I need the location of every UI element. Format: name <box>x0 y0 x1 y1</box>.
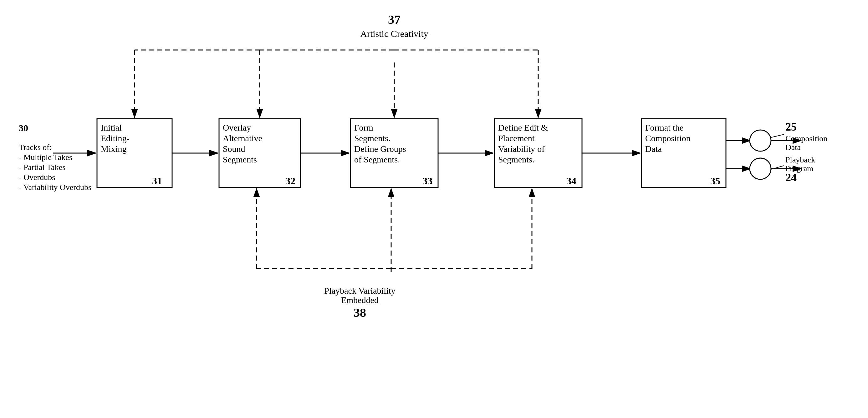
svg-text:Playback Variability: Playback Variability <box>324 286 395 295</box>
svg-text:Mixing: Mixing <box>101 144 126 154</box>
svg-point-30 <box>750 158 771 179</box>
diagram-svg: Initial Editing- Mixing 31 Overlay Alter… <box>0 0 868 418</box>
svg-text:Overlay: Overlay <box>223 123 251 133</box>
svg-text:24: 24 <box>785 171 797 184</box>
svg-text:Embedded: Embedded <box>341 295 379 305</box>
svg-text:of Segments.: of Segments. <box>354 154 400 164</box>
svg-text:Segments: Segments <box>223 154 257 164</box>
diagram-container: Initial Editing- Mixing 31 Overlay Alter… <box>0 0 868 418</box>
svg-text:Tracks of:: Tracks of: <box>19 143 52 152</box>
svg-text:Composition: Composition <box>785 134 827 143</box>
svg-line-71 <box>771 134 784 137</box>
svg-text:- Multiple Takes: - Multiple Takes <box>19 153 72 162</box>
svg-text:Placement: Placement <box>498 133 535 143</box>
svg-text:- Partial Takes: - Partial Takes <box>19 163 65 172</box>
svg-text:Segments.: Segments. <box>354 133 391 143</box>
svg-text:Artistic Creativity: Artistic Creativity <box>360 28 428 39</box>
svg-text:- Variability Overdubs: - Variability Overdubs <box>19 183 91 192</box>
svg-text:32: 32 <box>285 175 296 186</box>
svg-text:Define Groups: Define Groups <box>354 144 406 154</box>
svg-text:38: 38 <box>353 306 366 320</box>
svg-text:33: 33 <box>423 175 432 186</box>
svg-text:Initial: Initial <box>101 123 122 133</box>
svg-text:Playback: Playback <box>785 155 815 164</box>
svg-text:37: 37 <box>388 12 401 27</box>
svg-text:Composition: Composition <box>645 133 690 143</box>
svg-text:- Overdubs: - Overdubs <box>19 173 55 182</box>
svg-text:34: 34 <box>566 175 577 186</box>
svg-text:Segments.: Segments. <box>498 154 534 164</box>
svg-text:Variability of: Variability of <box>498 144 545 154</box>
svg-text:31: 31 <box>152 175 162 186</box>
svg-text:Data: Data <box>785 143 801 152</box>
svg-text:Alternative: Alternative <box>223 133 262 143</box>
svg-text:Sound: Sound <box>223 144 245 154</box>
svg-text:Editing-: Editing- <box>101 133 129 143</box>
svg-text:Define Edit &: Define Edit & <box>498 123 548 133</box>
svg-text:25: 25 <box>785 120 797 133</box>
svg-point-29 <box>750 130 771 151</box>
svg-text:Form: Form <box>354 123 373 133</box>
svg-text:35: 35 <box>710 175 720 186</box>
svg-text:Format  the: Format the <box>645 123 683 133</box>
svg-text:Data: Data <box>645 144 662 154</box>
svg-text:30: 30 <box>19 123 28 133</box>
